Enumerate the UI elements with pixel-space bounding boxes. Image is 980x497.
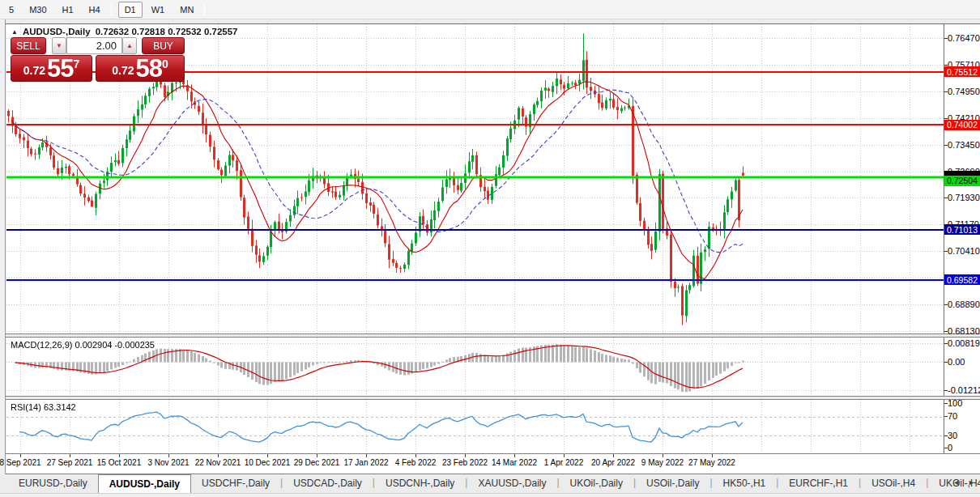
chart-title: ▲ AUDUSD-,Daily 0.72632 0.72818 0.72532 … [11, 26, 238, 37]
chart-tab-usoil-daily[interactable]: USOil-,Daily [636, 474, 709, 493]
status-strip [0, 494, 980, 497]
buy-price-pip: 0 [162, 57, 168, 70]
price-axis-tick [944, 38, 948, 39]
date-tick [613, 454, 614, 457]
rsi-splitter[interactable] [6, 396, 980, 400]
buy-price-base: 0.72 [112, 64, 134, 77]
chart-tab-usdcnh-daily[interactable]: USDCNH-,Daily [375, 474, 465, 493]
symbol-tab-bar: EURUSD-,DailyAUDUSD-,DailyUSDCHF-,Daily|… [0, 474, 980, 494]
price-level-badge: 0.72504 [944, 176, 980, 186]
chart-tab-usoil-h4[interactable]: USOil-,H4 [861, 474, 926, 493]
date-label: 1 Apr 2022 [535, 458, 592, 467]
buy-button[interactable]: BUY [142, 37, 185, 54]
price-axis-tick [944, 331, 948, 332]
price-level-badge: 0.75512 [944, 66, 980, 77]
macd-name: MACD(12,26,9) [11, 340, 72, 350]
macd-axis-label: 0.008197 [948, 338, 980, 348]
rsi-axis-label: 70 [948, 411, 980, 421]
current-price-marker [944, 171, 980, 176]
timeframe-button-5[interactable]: 5 [2, 2, 20, 18]
date-label: 17 Jan 2022 [338, 458, 394, 467]
date-tick [218, 454, 219, 457]
tab-scroll-arrows: ◄ ► [952, 478, 975, 486]
volume-input[interactable] [66, 37, 122, 54]
sell-price-big: 55 [47, 57, 73, 81]
date-tick [564, 454, 565, 457]
date-tick [267, 454, 268, 457]
chart-tab-eurusd-daily[interactable]: EURUSD-,Daily [8, 474, 98, 493]
macd-splitter[interactable] [6, 333, 980, 338]
macd-axis-tick [944, 390, 948, 391]
chart-tab-hk50-h1[interactable]: HK50-,H1 [713, 474, 777, 493]
chart-symbol-label: AUDUSD-,Daily [23, 27, 91, 36]
date-tick [514, 454, 515, 457]
date-label: 15 Oct 2021 [91, 458, 147, 467]
date-label: 23 Feb 2022 [437, 458, 493, 467]
price-axis-tick [944, 198, 948, 198]
price-axis-tick [944, 65, 948, 66]
price-axis-label: 0.76470 [948, 33, 980, 43]
price-axis-tick [944, 304, 948, 305]
buy-price-button[interactable]: 0.72 58 0 [96, 55, 185, 82]
date-tick [20, 454, 21, 457]
one-click-trading-panel: SELL ▼ ▲ BUY 0.72 55 7 0.72 58 0 [11, 37, 185, 82]
volume-decrease-button[interactable]: ▼ [52, 37, 66, 54]
sell-button[interactable]: SELL [11, 37, 46, 54]
date-tick [317, 454, 317, 457]
volume-increase-button[interactable]: ▲ [122, 37, 137, 54]
price-axis-label: 0.71930 [948, 193, 980, 202]
timeframe-button-mn[interactable]: MN [173, 2, 200, 18]
arrow-down-icon: ▼ [56, 42, 62, 49]
date-tick [70, 454, 70, 457]
macd-axis-tick [944, 362, 948, 363]
rsi-axis-tick [944, 403, 948, 404]
date-tick [415, 454, 416, 457]
timeframe-button-w1[interactable]: W1 [145, 2, 172, 18]
chart-tab-ukoil-daily[interactable]: UKOil-,Daily [560, 474, 633, 493]
chart-tab-usdcad-daily[interactable]: USDCAD-,Daily [283, 474, 373, 493]
price-axis-tick [944, 251, 948, 252]
price-level-badge: 0.71013 [944, 224, 980, 235]
window-left-edge [0, 19, 6, 474]
price-axis-tick [944, 91, 948, 92]
timeframe-button-h1[interactable]: H1 [56, 2, 80, 18]
chart-tab-audusd-daily[interactable]: AUDUSD-,Daily [98, 474, 191, 493]
tab-scroll-left-icon[interactable]: ◄ [952, 478, 960, 486]
chart-tab-xauusd-daily[interactable]: XAUUSD-,Daily [467, 474, 556, 493]
timeframe-button-m30[interactable]: M30 [23, 2, 53, 18]
price-axis-label: 0.68130 [948, 326, 980, 336]
price-axis-label: 0.73450 [948, 140, 980, 150]
collapse-chart-icon[interactable]: ▲ [11, 28, 18, 36]
price-level-badge: 0.69582 [944, 274, 980, 285]
date-label: 10 Dec 2021 [239, 458, 296, 467]
chart-tab-usdchf-daily[interactable]: USDCHF-,Daily [191, 474, 280, 493]
timeframe-toolbar: 5M30H1H4D1W1MN [0, 0, 980, 19]
date-label: 14 Mar 2022 [486, 458, 543, 467]
price-level-badge: 0.74002 [944, 120, 980, 130]
toolbar-separator [204, 3, 205, 16]
chart-tab-eurchf-h1[interactable]: EURCHF-,H1 [778, 474, 859, 493]
price-axis-tick [944, 118, 948, 119]
rsi-panel-canvas[interactable] [6, 400, 944, 453]
sell-price-pip: 7 [73, 57, 79, 70]
macd-axis-label: -0.012121 [948, 385, 980, 395]
sell-price-button[interactable]: 0.72 55 7 [11, 55, 92, 82]
date-label: 20 Apr 2022 [585, 458, 641, 467]
timeframe-button-h4[interactable]: H4 [83, 2, 107, 18]
rsi-axis-label: 30 [948, 431, 980, 440]
date-label: 3 Nov 2021 [140, 458, 197, 467]
chart-ohlc-values: 0.72632 0.72818 0.72532 0.72557 [96, 27, 238, 36]
macd-signal-value: -0.000235 [114, 340, 155, 350]
timeframe-button-d1[interactable]: D1 [118, 2, 143, 18]
date-label: 22 Nov 2021 [190, 458, 246, 467]
macd-label: MACD(12,26,9) 0.002904 -0.000235 [11, 340, 155, 350]
rsi-axis-tick [944, 435, 948, 436]
rsi-axis-tick [944, 448, 948, 448]
rsi-label: RSI(14) 63.3142 [11, 402, 76, 412]
rsi-axis-label: 0 [948, 443, 980, 452]
arrow-up-icon: ▲ [126, 42, 133, 49]
date-tick [663, 454, 663, 457]
date-tick [366, 454, 367, 457]
tab-scroll-right-icon[interactable]: ► [968, 478, 975, 486]
date-label: 4 Feb 2022 [387, 458, 444, 467]
